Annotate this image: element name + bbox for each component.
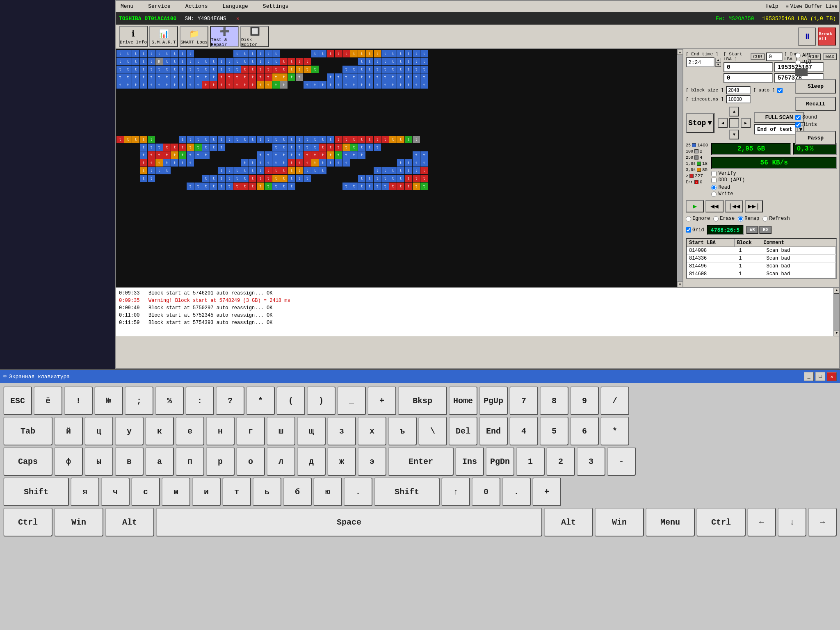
key-asterisk[interactable]: * (246, 386, 275, 415)
key-shch[interactable]: щ (297, 417, 326, 445)
bad-row-4[interactable]: 814608 1 Scan bad (687, 270, 836, 278)
key-ins[interactable]: Ins (455, 447, 484, 476)
menu-item-menu[interactable]: Menu (117, 2, 137, 10)
pio-option[interactable]: PIO (795, 59, 836, 65)
key-menu[interactable]: Menu (646, 508, 695, 536)
scroll-up-button[interactable]: ▲ (677, 49, 683, 55)
scan-scrollbar[interactable]: ▲ ▼ (677, 49, 682, 287)
key-alt-l[interactable]: Alt (105, 508, 154, 536)
key-ch[interactable]: ч (101, 477, 130, 506)
key-left[interactable]: ← (747, 508, 776, 536)
ignore-option[interactable]: Ignore (686, 216, 710, 221)
toolbar-drive-info[interactable]: ℹ Drive Info (119, 26, 148, 47)
api-option[interactable]: API (795, 52, 836, 58)
erase-radio[interactable] (713, 216, 719, 221)
erase-option[interactable]: Erase (713, 216, 735, 221)
timeout-input[interactable] (726, 95, 751, 103)
rewind-button[interactable]: ◀◀ (705, 200, 724, 212)
wr-button[interactable]: WR (746, 226, 758, 234)
pio-radio[interactable] (795, 60, 801, 65)
key-h[interactable]: х (358, 417, 386, 445)
scroll-down-button[interactable]: ▼ (677, 281, 683, 287)
key-bksp[interactable]: Bksp (398, 386, 447, 415)
view-buffer-button[interactable]: ≡ View Buffer Live (786, 4, 838, 9)
menu-item-help[interactable]: Help (762, 2, 781, 10)
keyboard-close-button[interactable]: ✕ (827, 372, 837, 381)
key-yo[interactable]: ё (34, 386, 62, 415)
key-7[interactable]: 7 (509, 386, 538, 415)
nav-up-button[interactable]: ▲ (729, 107, 739, 116)
key-space[interactable]: Space (156, 508, 542, 536)
menu-item-actions[interactable]: Actions (182, 2, 211, 10)
rd-button[interactable]: RD (759, 226, 772, 234)
key-5[interactable]: 5 (540, 417, 568, 445)
cur-button-1[interactable]: CUR (751, 53, 765, 60)
key-b[interactable]: б (283, 477, 312, 506)
key-shift-l[interactable]: Shift (3, 477, 69, 506)
key-lparen[interactable]: ( (276, 386, 305, 415)
time-input[interactable]: 2:24 (686, 57, 714, 67)
key-pgdn[interactable]: PgDn (486, 447, 514, 476)
key-6[interactable]: 6 (570, 417, 599, 445)
step-back-button[interactable]: |◀◀ (725, 200, 743, 212)
key-del[interactable]: Del (449, 417, 477, 445)
key-sh[interactable]: ш (267, 417, 295, 445)
recall-button[interactable]: Recall (795, 97, 836, 111)
key-question[interactable]: ? (216, 386, 244, 415)
play-button[interactable]: ▶ (686, 200, 704, 212)
key-semicolon[interactable]: ; (125, 386, 153, 415)
key-8[interactable]: 8 (540, 386, 568, 415)
menu-item-settings[interactable]: Settings (260, 2, 292, 10)
key-ctrl-l[interactable]: Ctrl (3, 508, 52, 536)
toolbar-test-repair[interactable]: ➕ Test & Repair (210, 26, 239, 47)
grid-option[interactable]: Grid (686, 227, 704, 233)
key-u[interactable]: у (115, 417, 144, 445)
key-l[interactable]: л (267, 447, 295, 476)
key-down[interactable]: ↓ (778, 508, 806, 536)
read-option[interactable]: Read (711, 185, 837, 190)
time-spinner[interactable]: ▲ ▼ (715, 58, 721, 67)
key-zh[interactable]: ж (327, 447, 356, 476)
key-z[interactable]: з (327, 417, 356, 445)
key-4[interactable]: 4 (509, 417, 538, 445)
key-enter[interactable]: Enter (388, 447, 454, 476)
key-k[interactable]: к (145, 417, 174, 445)
key-rparen[interactable]: ) (307, 386, 336, 415)
key-a[interactable]: а (145, 447, 174, 476)
key-shift-r[interactable]: Shift (374, 477, 440, 506)
toolbar-smart[interactable]: 📊 S.M.A.R.T (149, 26, 178, 47)
key-num[interactable]: № (94, 386, 123, 415)
key-numdot[interactable]: . (502, 477, 531, 506)
keyboard-restore-button[interactable]: □ (815, 372, 825, 381)
ddd-option[interactable]: DDD (API) (711, 177, 837, 183)
key-i[interactable]: и (192, 477, 221, 506)
key-3[interactable]: 3 (577, 447, 605, 476)
pause-button[interactable]: ⏸ (798, 27, 816, 46)
key-s[interactable]: с (131, 477, 160, 506)
key-up[interactable]: ↑ (441, 477, 470, 506)
key-win-r[interactable]: Win (595, 508, 644, 536)
log-scroll-thumb[interactable] (834, 294, 839, 331)
api-radio[interactable] (795, 53, 801, 58)
key-div[interactable]: / (600, 386, 629, 415)
key-win-l[interactable]: Win (54, 508, 103, 536)
key-soft[interactable]: ь (253, 477, 281, 506)
toolbar-disk-editor[interactable]: 🔲 Disk Editor (240, 26, 269, 47)
key-minus[interactable]: - (607, 447, 636, 476)
key-f[interactable]: ф (54, 447, 83, 476)
key-pct[interactable]: % (155, 386, 184, 415)
log-scroll-up[interactable]: ▲ (834, 288, 839, 294)
verify-option[interactable]: Verify (711, 171, 837, 176)
key-d[interactable]: д (297, 447, 326, 476)
hints-checkbox[interactable] (795, 122, 801, 128)
key-hrd[interactable]: ъ (388, 417, 417, 445)
ddd-checkbox[interactable] (711, 178, 717, 183)
key-caps[interactable]: Caps (3, 447, 52, 476)
key-colon[interactable]: : (185, 386, 214, 415)
key-e[interactable]: э (358, 447, 386, 476)
key-p[interactable]: п (176, 447, 204, 476)
key-o[interactable]: о (236, 447, 265, 476)
key-m[interactable]: м (162, 477, 190, 506)
time-spin-down[interactable]: ▼ (715, 62, 721, 67)
key-9[interactable]: 9 (570, 386, 599, 415)
